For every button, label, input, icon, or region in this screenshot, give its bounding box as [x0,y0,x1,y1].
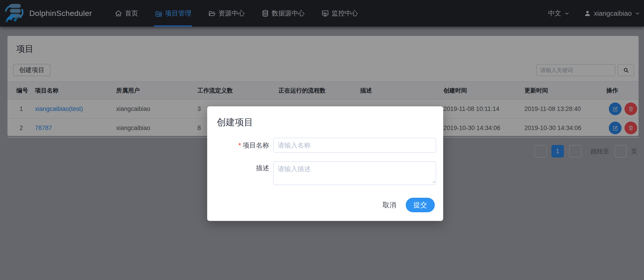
language-label: 中文 [548,9,561,18]
top-nav: DolphinScheduler 首页 项目管理 [0,0,644,27]
chevron-down-icon [634,11,640,16]
cancel-button[interactable]: 取消 [381,200,398,210]
nav-item-resources[interactable]: 资源中心 [208,0,244,27]
chevron-down-icon [564,11,570,16]
language-selector[interactable]: 中文 [548,9,570,18]
brand-name: DolphinScheduler [29,9,92,18]
description-row: 描述 [207,161,443,185]
home-icon [114,10,122,17]
nav-item-label: 监控中心 [332,9,358,18]
create-project-modal: 创建项目 *项目名称 描述 取消 提交 [207,106,443,221]
nav-item-datasource[interactable]: 数据源中心 [262,0,304,27]
description-label: 描述 [207,161,269,175]
modal-actions: 取消 提交 [381,198,435,212]
user-icon [584,10,591,17]
username-label: xiangcaibiao [594,10,632,17]
nav-item-home[interactable]: 首页 [114,0,138,27]
project-icon [155,10,162,17]
nav-item-label: 资源中心 [218,9,244,18]
nav-right: 中文 xiangcaibiao [548,9,640,18]
user-menu[interactable]: xiangcaibiao [584,10,640,17]
project-name-input[interactable] [273,138,436,153]
modal-title: 创建项目 [217,116,253,128]
datasource-icon [262,10,269,17]
nav-menu: 首页 项目管理 资源中心 [114,0,375,27]
project-name-label: *项目名称 [207,138,269,153]
required-asterisk: * [238,142,241,149]
submit-button[interactable]: 提交 [406,198,435,212]
description-textarea[interactable] [273,161,436,185]
dolphinscheduler-logo-icon [4,2,26,25]
project-name-row: *项目名称 [207,138,443,153]
nav-item-monitor[interactable]: 监控中心 [321,0,358,27]
resource-icon [208,10,216,17]
nav-item-label: 数据源中心 [272,9,304,18]
brand: DolphinScheduler [4,2,92,25]
monitor-icon [321,10,329,17]
nav-item-label: 首页 [125,9,138,18]
resize-handle-icon[interactable] [432,180,435,183]
nav-item-projects[interactable]: 项目管理 [155,0,191,27]
nav-item-label: 项目管理 [165,9,191,18]
